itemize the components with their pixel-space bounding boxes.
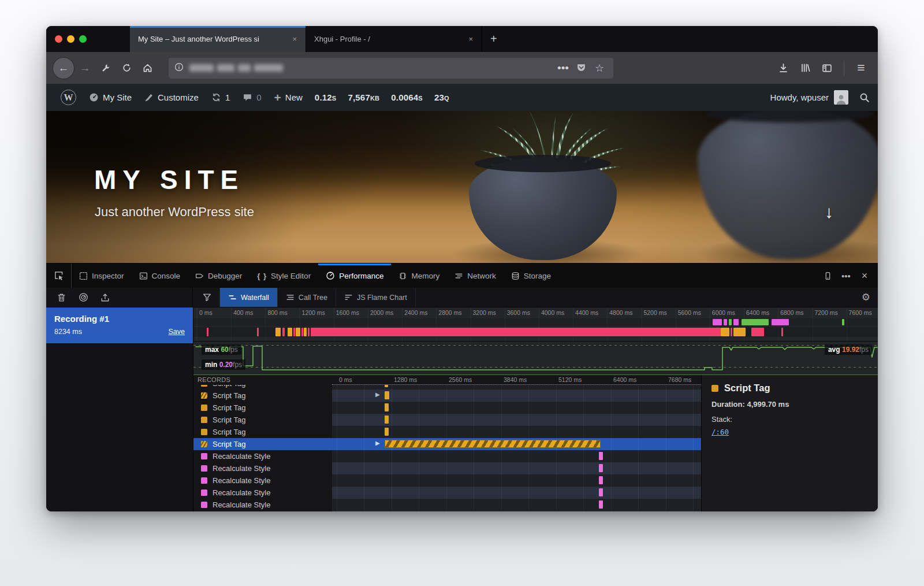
- waterfall-lane[interactable]: [332, 385, 702, 390]
- recording-item[interactable]: Recording #1 8234 ms Save: [46, 307, 193, 343]
- tab-close-icon[interactable]: ×: [465, 34, 476, 44]
- waterfall-bar[interactable]: [385, 440, 601, 448]
- pocket-icon[interactable]: [573, 58, 589, 78]
- sidebar-toggle-icon[interactable]: [817, 58, 837, 78]
- pick-element-icon[interactable]: [46, 264, 72, 288]
- wrench-icon[interactable]: [96, 58, 116, 78]
- back-button[interactable]: ←: [53, 58, 74, 79]
- import-recording-icon[interactable]: [97, 291, 113, 305]
- waterfall-lane[interactable]: [332, 511, 702, 511]
- forward-button[interactable]: →: [75, 58, 95, 78]
- record-row[interactable]: Recalculate Style: [193, 487, 702, 499]
- new-tab-button[interactable]: +: [482, 26, 505, 52]
- close-window-button[interactable]: [55, 35, 62, 43]
- view-call-tree-button[interactable]: Call Tree: [278, 288, 336, 307]
- wp-account[interactable]: Howdy, wpuser: [770, 90, 870, 105]
- waterfall-lane[interactable]: ▶: [332, 438, 702, 450]
- tab-close-icon[interactable]: ×: [289, 34, 300, 44]
- overview-trace-track[interactable]: [193, 327, 878, 337]
- home-icon[interactable]: [137, 58, 157, 78]
- library-icon[interactable]: [795, 58, 815, 78]
- wp-stat-memory[interactable]: 7,567KB: [342, 92, 385, 102]
- expand-arrow-icon[interactable]: ▶: [375, 391, 380, 398]
- waterfall-bar[interactable]: [599, 464, 603, 472]
- waterfall-bar[interactable]: [599, 500, 603, 509]
- wp-customize[interactable]: Customize: [138, 84, 205, 111]
- stack-frame-link[interactable]: /:60: [711, 428, 729, 436]
- reload-icon[interactable]: [117, 58, 136, 78]
- record-row[interactable]: Script Tag: [193, 402, 702, 414]
- waterfall-lane[interactable]: [332, 487, 702, 499]
- record-row[interactable]: Script Tag▶: [193, 438, 702, 450]
- wp-updates[interactable]: 1: [205, 84, 236, 111]
- tab-inspector[interactable]: Inspector: [72, 264, 132, 288]
- waterfall-bar[interactable]: [385, 403, 389, 411]
- record-row[interactable]: Recalculate Style: [193, 462, 702, 474]
- waterfall-lane[interactable]: [332, 426, 702, 438]
- responsive-mode-icon[interactable]: [819, 267, 836, 284]
- save-recording-link[interactable]: Save: [169, 328, 185, 336]
- minimize-window-button[interactable]: [67, 35, 74, 43]
- wp-my-site[interactable]: My Site: [83, 84, 138, 111]
- record-row[interactable]: Recalculate Style: [193, 474, 702, 487]
- zoom-window-button[interactable]: [79, 35, 87, 43]
- record-row[interactable]: Script Tag: [193, 426, 702, 438]
- waterfall-lane[interactable]: [332, 474, 702, 487]
- record-performance-icon[interactable]: [75, 291, 91, 305]
- wp-stat-time[interactable]: 0.12S: [309, 92, 342, 102]
- overview-markers-track[interactable]: [193, 318, 878, 326]
- bookmark-star-icon[interactable]: ☆: [591, 58, 608, 78]
- devtools-menu-icon[interactable]: •••: [837, 267, 855, 284]
- waterfall-bar[interactable]: [385, 428, 389, 436]
- info-icon[interactable]: [174, 62, 184, 74]
- waterfall-lane[interactable]: [332, 450, 702, 462]
- url-bar[interactable]: ••• ☆: [169, 58, 613, 79]
- record-row[interactable]: Script Tag: [193, 414, 702, 426]
- wp-logo[interactable]: W: [54, 84, 83, 111]
- performance-settings-gear-icon[interactable]: ⚙: [854, 288, 878, 307]
- records-list[interactable]: Script TagScript Tag▶Script TagScript Ta…: [193, 385, 702, 511]
- wp-new[interactable]: + New: [268, 84, 309, 111]
- record-row[interactable]: Recalculate Style: [193, 499, 702, 511]
- tab-memory[interactable]: Memory: [391, 264, 447, 288]
- expand-arrow-icon[interactable]: ▶: [375, 440, 380, 446]
- waterfall-lane[interactable]: [332, 402, 702, 414]
- waterfall-bar[interactable]: [599, 488, 603, 496]
- waterfall-bar[interactable]: [385, 416, 389, 424]
- waterfall-lane[interactable]: [332, 462, 702, 474]
- filter-icon[interactable]: [199, 291, 215, 305]
- waterfall-lane[interactable]: [332, 499, 702, 511]
- page-actions-icon[interactable]: •••: [556, 58, 571, 78]
- view-waterfall-button[interactable]: Waterfall: [219, 288, 278, 307]
- wp-stat-queries[interactable]: 23Q: [429, 92, 455, 102]
- waterfall-bar[interactable]: [385, 385, 388, 387]
- search-icon[interactable]: [859, 92, 870, 103]
- tab-performance[interactable]: Performance: [318, 264, 391, 288]
- download-icon[interactable]: [773, 58, 793, 78]
- timeline-overview[interactable]: 0 ms400 ms800 ms1200 ms1600 ms2000 ms240…: [193, 307, 878, 341]
- record-row[interactable]: Script Tag: [193, 385, 702, 390]
- waterfall-lane[interactable]: [332, 414, 702, 426]
- tab-storage[interactable]: Storage: [504, 264, 558, 288]
- wp-stat-querytime[interactable]: 0.0064S: [385, 92, 429, 102]
- waterfall-lane[interactable]: ▶: [332, 390, 702, 402]
- waterfall-bar[interactable]: [385, 391, 389, 399]
- wp-comments[interactable]: 0: [236, 84, 267, 111]
- scroll-down-arrow[interactable]: ↓: [825, 202, 833, 222]
- record-row[interactable]: Recalculate Style: [193, 450, 702, 462]
- tab-style-editor[interactable]: { } Style Editor: [249, 264, 318, 288]
- tab-console[interactable]: Console: [132, 264, 188, 288]
- waterfall-bar[interactable]: [599, 452, 603, 460]
- record-row[interactable]: Recalculate Style: [193, 511, 702, 511]
- tab-debugger[interactable]: Debugger: [188, 264, 249, 288]
- menu-hamburger-icon[interactable]: ≡: [851, 58, 871, 78]
- framerate-graph[interactable]: max 60fps min 0.20fps avg 19.92fps: [193, 341, 878, 375]
- tab-network[interactable]: Network: [447, 264, 504, 288]
- record-row[interactable]: Script Tag▶: [193, 390, 702, 402]
- clear-recordings-icon[interactable]: [53, 291, 69, 305]
- waterfall-bar[interactable]: [599, 476, 603, 484]
- tab-my-site[interactable]: My Site – Just another WordPress si ×: [130, 26, 306, 52]
- tab-xhgui[interactable]: Xhgui - Profile - / ×: [306, 26, 482, 52]
- devtools-close-icon[interactable]: ×: [856, 267, 873, 284]
- view-js-flame-chart-button[interactable]: JS Flame Chart: [336, 288, 416, 307]
